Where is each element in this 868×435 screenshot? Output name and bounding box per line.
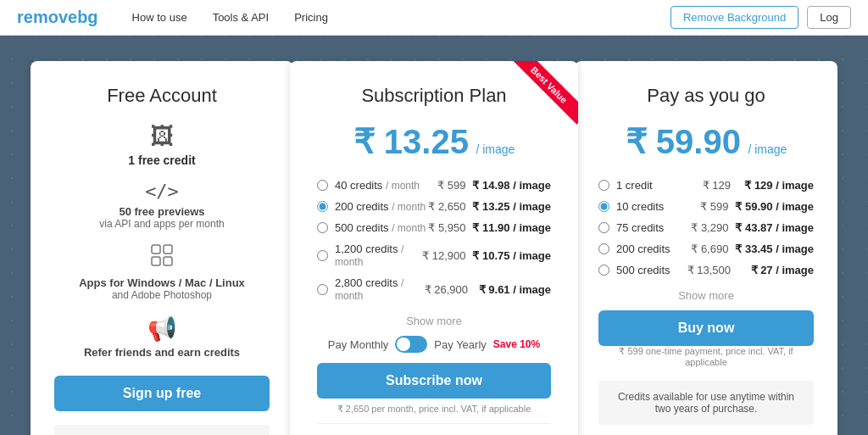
- free-apps-label: Apps for Windows / Mac / Linux: [54, 276, 270, 289]
- signup-free-button[interactable]: Sign up free: [54, 376, 270, 411]
- nav-links: How to use Tools & API Pricing: [132, 11, 670, 24]
- subscription-price-4: ₹ 26,900: [425, 283, 468, 296]
- best-value-ribbon-wrap: Best Value: [502, 61, 578, 137]
- best-value-ribbon: Best Value: [510, 61, 578, 125]
- subscription-per-image-2: ₹ 11.90 / image: [472, 221, 551, 234]
- subscription-radio-4[interactable]: [317, 284, 328, 295]
- subscription-price-amount: ₹ 13.25: [353, 123, 469, 160]
- subscription-price-note: ₹ 2,650 per month, price incl. VAT, if a…: [317, 404, 551, 415]
- svg-rect-0: [152, 245, 160, 254]
- paygo-radio-1[interactable]: [598, 201, 609, 212]
- paygo-footer-text: Credits available for use anytime within…: [618, 391, 794, 415]
- logo-accent: bg: [77, 8, 97, 26]
- free-preview-label: 50 free previews: [54, 205, 270, 218]
- pricing-area: Free Account 🖼 1 free credit </> 50 free…: [0, 36, 868, 435]
- paygo-per-image-1: ₹ 59.90 / image: [735, 200, 814, 213]
- paygo-label-3: 200 credits: [616, 243, 691, 255]
- top-navigation: removebg How to use Tools & API Pricing …: [0, 0, 868, 36]
- subscription-label-3: 1,200 credits / month: [335, 243, 422, 268]
- free-feature-credit: 🖼 1 free credit: [54, 122, 270, 167]
- subscription-options: 40 credits / month ₹ 599 ₹ 14.98 / image…: [317, 175, 551, 306]
- guarantee-list: Risk free: 14 Days Money Back Guarantee …: [317, 423, 551, 435]
- paygo-radio-4[interactable]: [598, 265, 609, 276]
- subscription-price-0: ₹ 599: [428, 179, 465, 192]
- paygo-option-4[interactable]: 500 credits ₹ 13,500 ₹ 27 / image: [598, 259, 814, 281]
- free-features-list: 🖼 1 free credit </> 50 free previews via…: [54, 122, 270, 359]
- subscription-price-2: ₹ 5,950: [428, 221, 465, 234]
- svg-rect-1: [164, 245, 172, 254]
- paygo-per-image-3: ₹ 33.45 / image: [735, 243, 814, 255]
- paygo-option-3[interactable]: 200 credits ₹ 6,690 ₹ 33.45 / image: [598, 238, 814, 259]
- subscription-price-1: ₹ 2,650: [428, 200, 465, 213]
- subscription-option-1[interactable]: 200 credits / month ₹ 2,650 ₹ 13.25 / im…: [317, 196, 551, 217]
- nav-actions: Remove Background Log: [670, 6, 851, 29]
- paygo-price-0: ₹ 129: [693, 179, 731, 192]
- paygo-option-1[interactable]: 10 credits ₹ 599 ₹ 59.90 / image: [598, 196, 814, 217]
- subscription-per-image-0: ₹ 14.98 / image: [472, 179, 551, 192]
- refer-icon: 📢: [54, 315, 270, 343]
- svg-rect-3: [164, 257, 172, 265]
- paygo-radio-3[interactable]: [598, 243, 609, 254]
- free-feature-preview: </> 50 free previews via API and apps pe…: [54, 181, 270, 230]
- subscription-show-more[interactable]: Show more: [317, 315, 551, 327]
- subscription-radio-1[interactable]: [317, 201, 328, 212]
- paygo-price-1: ₹ 599: [691, 200, 728, 213]
- nav-pricing[interactable]: Pricing: [294, 11, 328, 24]
- paygo-show-more[interactable]: Show more: [598, 289, 814, 302]
- subscription-option-0[interactable]: 40 credits / month ₹ 599 ₹ 14.98 / image: [317, 175, 551, 196]
- paygo-price-per: / image: [748, 142, 787, 156]
- subscription-radio-2[interactable]: [317, 222, 328, 233]
- subscription-option-3[interactable]: 1,200 credits / month ₹ 12,900 ₹ 10.75 /…: [317, 238, 551, 272]
- free-feature-apps: Apps for Windows / Mac / Linux and Adobe…: [54, 243, 270, 301]
- subscription-option-4[interactable]: 2,800 credits / month ₹ 26,900 ₹ 9.61 / …: [317, 272, 551, 306]
- paygo-price: ₹ 59.90 / image: [598, 122, 814, 161]
- subscription-label-2: 500 credits / month: [335, 221, 428, 234]
- paygo-radio-2[interactable]: [598, 222, 609, 233]
- image-icon: 🖼: [54, 122, 270, 150]
- subscribe-now-button[interactable]: Subscribe now: [317, 363, 551, 399]
- toggle-yearly-label: Pay Yearly: [434, 338, 486, 351]
- subscription-radio-0[interactable]: [317, 180, 328, 191]
- subscription-label-0: 40 credits / month: [335, 179, 428, 192]
- paygo-radio-0[interactable]: [598, 180, 609, 191]
- paygo-price-note: ₹ 599 one-time payment, price incl. VAT,…: [598, 346, 814, 367]
- subscription-per-image-4: ₹ 9.61 / image: [475, 283, 551, 296]
- save-label: Save 10%: [493, 338, 540, 350]
- free-feature-refer: 📢 Refer friends and earn credits: [54, 315, 270, 359]
- free-credit-label: 1 free credit: [54, 153, 270, 167]
- paygo-card: Pay as you go ₹ 59.90 / image 1 credit ₹…: [575, 61, 837, 435]
- nav-how-to-use[interactable]: How to use: [132, 11, 187, 24]
- subscription-price-per: / image: [476, 142, 515, 156]
- subscription-per-image-3: ₹ 10.75 / image: [472, 249, 551, 262]
- paygo-label-0: 1 credit: [616, 179, 693, 192]
- remove-background-button[interactable]: Remove Background: [670, 6, 798, 29]
- free-card: Free Account 🖼 1 free credit </> 50 free…: [31, 61, 293, 435]
- subscription-option-2[interactable]: 500 credits / month ₹ 5,950 ₹ 11.90 / im…: [317, 217, 551, 238]
- apps-icon: [54, 243, 270, 273]
- paygo-option-2[interactable]: 75 credits ₹ 3,290 ₹ 43.87 / image: [598, 217, 814, 238]
- paygo-per-image-4: ₹ 27 / image: [737, 264, 814, 276]
- free-card-footer: Free Forever: Recommended for personal u…: [54, 425, 270, 435]
- logo: removebg: [17, 8, 98, 27]
- subscription-radio-3[interactable]: [317, 250, 328, 261]
- toggle-knob: [397, 337, 410, 351]
- free-refer-label: Refer friends and earn credits: [54, 346, 270, 359]
- toggle-monthly-label: Pay Monthly: [328, 338, 389, 351]
- svg-rect-2: [152, 257, 160, 265]
- buy-now-button[interactable]: Buy now: [598, 310, 814, 346]
- paygo-card-title: Pay as you go: [598, 85, 814, 107]
- paygo-per-image-2: ₹ 43.87 / image: [735, 221, 814, 234]
- billing-toggle[interactable]: [395, 336, 427, 353]
- paygo-price-amount: ₹ 59.90: [626, 123, 741, 160]
- login-button[interactable]: Log: [807, 6, 851, 29]
- subscription-label-4: 2,800 credits / month: [335, 276, 425, 302]
- logo-text-remove: remove: [17, 8, 77, 26]
- paygo-price-3: ₹ 6,690: [691, 243, 728, 255]
- billing-toggle-row: Pay Monthly Pay Yearly Save 10%: [317, 336, 551, 353]
- paygo-label-4: 500 credits: [616, 264, 687, 276]
- subscription-card: Best Value Subscription Plan ₹ 13.25 / i…: [290, 61, 578, 435]
- paygo-option-0[interactable]: 1 credit ₹ 129 ₹ 129 / image: [598, 175, 814, 196]
- nav-tools-api[interactable]: Tools & API: [213, 11, 269, 24]
- paygo-price-4: ₹ 13,500: [687, 264, 731, 276]
- paygo-price-2: ₹ 3,290: [691, 221, 728, 234]
